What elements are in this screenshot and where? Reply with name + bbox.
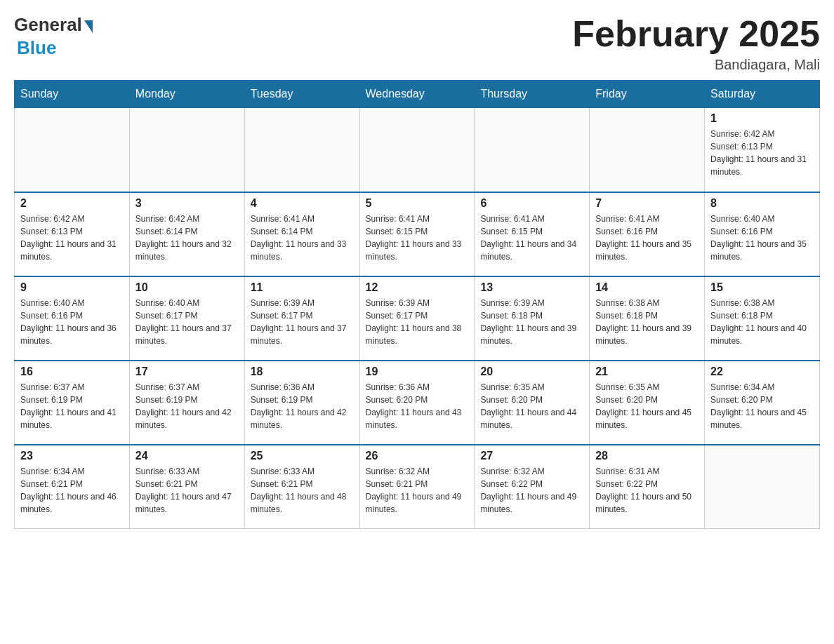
- day-number: 11: [251, 281, 354, 294]
- calendar-cell: 3Sunrise: 6:42 AMSunset: 6:14 PMDaylight…: [129, 192, 244, 276]
- day-info: Sunrise: 6:36 AMSunset: 6:19 PMDaylight:…: [251, 381, 354, 431]
- calendar-header-saturday: Saturday: [705, 81, 820, 108]
- day-info: Sunrise: 6:37 AMSunset: 6:19 PMDaylight:…: [135, 381, 239, 431]
- calendar-cell: [244, 108, 359, 192]
- calendar-cell: 14Sunrise: 6:38 AMSunset: 6:18 PMDayligh…: [590, 276, 705, 361]
- day-info: Sunrise: 6:41 AMSunset: 6:15 PMDaylight:…: [366, 213, 469, 263]
- day-number: 7: [595, 197, 699, 210]
- logo-blue-text: Blue: [17, 37, 56, 59]
- day-number: 20: [480, 365, 583, 378]
- calendar-cell: 10Sunrise: 6:40 AMSunset: 6:17 PMDayligh…: [129, 276, 244, 361]
- calendar-cell: 1Sunrise: 6:42 AMSunset: 6:13 PMDaylight…: [705, 108, 820, 192]
- day-info: Sunrise: 6:35 AMSunset: 6:20 PMDaylight:…: [595, 381, 699, 431]
- day-info: Sunrise: 6:40 AMSunset: 6:16 PMDaylight:…: [710, 213, 814, 263]
- day-number: 4: [251, 197, 354, 210]
- calendar-cell: 8Sunrise: 6:40 AMSunset: 6:16 PMDaylight…: [705, 192, 820, 276]
- day-info: Sunrise: 6:38 AMSunset: 6:18 PMDaylight:…: [710, 297, 814, 347]
- day-info: Sunrise: 6:38 AMSunset: 6:18 PMDaylight:…: [595, 297, 699, 347]
- logo: General Blue: [14, 14, 93, 59]
- day-info: Sunrise: 6:32 AMSunset: 6:21 PMDaylight:…: [366, 465, 469, 516]
- calendar-cell: 16Sunrise: 6:37 AMSunset: 6:19 PMDayligh…: [15, 361, 130, 445]
- calendar-cell: 26Sunrise: 6:32 AMSunset: 6:21 PMDayligh…: [359, 445, 475, 529]
- day-number: 12: [366, 281, 469, 294]
- day-info: Sunrise: 6:42 AMSunset: 6:13 PMDaylight:…: [710, 128, 814, 178]
- calendar-cell: 5Sunrise: 6:41 AMSunset: 6:15 PMDaylight…: [359, 192, 475, 276]
- day-number: 23: [20, 450, 124, 462]
- day-info: Sunrise: 6:31 AMSunset: 6:22 PMDaylight:…: [595, 465, 699, 516]
- day-info: Sunrise: 6:41 AMSunset: 6:14 PMDaylight:…: [251, 213, 354, 263]
- calendar-header-wednesday: Wednesday: [359, 81, 475, 108]
- calendar-cell: 23Sunrise: 6:34 AMSunset: 6:21 PMDayligh…: [15, 445, 130, 529]
- day-number: 21: [595, 365, 699, 378]
- calendar-cell: [705, 445, 820, 529]
- calendar-cell: 7Sunrise: 6:41 AMSunset: 6:16 PMDaylight…: [590, 192, 705, 276]
- day-number: 26: [366, 450, 469, 462]
- day-number: 25: [251, 450, 354, 462]
- day-info: Sunrise: 6:42 AMSunset: 6:13 PMDaylight:…: [20, 213, 124, 263]
- calendar-cell: 20Sunrise: 6:35 AMSunset: 6:20 PMDayligh…: [475, 361, 590, 445]
- day-number: 3: [135, 197, 239, 210]
- calendar-table: SundayMondayTuesdayWednesdayThursdayFrid…: [14, 80, 820, 529]
- day-number: 15: [710, 281, 814, 294]
- day-info: Sunrise: 6:41 AMSunset: 6:15 PMDaylight:…: [480, 213, 583, 263]
- page-header: General Blue February 2025 Bandiagara, M…: [14, 14, 820, 73]
- calendar-cell: 28Sunrise: 6:31 AMSunset: 6:22 PMDayligh…: [590, 445, 705, 529]
- calendar-cell: 27Sunrise: 6:32 AMSunset: 6:22 PMDayligh…: [475, 445, 590, 529]
- calendar-cell: 13Sunrise: 6:39 AMSunset: 6:18 PMDayligh…: [475, 276, 590, 361]
- calendar-header-tuesday: Tuesday: [244, 81, 359, 108]
- calendar-cell: 25Sunrise: 6:33 AMSunset: 6:21 PMDayligh…: [244, 445, 359, 529]
- day-number: 5: [366, 197, 469, 210]
- calendar-cell: 4Sunrise: 6:41 AMSunset: 6:14 PMDaylight…: [244, 192, 359, 276]
- day-info: Sunrise: 6:35 AMSunset: 6:20 PMDaylight:…: [480, 381, 583, 431]
- day-info: Sunrise: 6:32 AMSunset: 6:22 PMDaylight:…: [480, 465, 583, 516]
- calendar-cell: [475, 108, 590, 192]
- day-info: Sunrise: 6:37 AMSunset: 6:19 PMDaylight:…: [20, 381, 124, 431]
- day-info: Sunrise: 6:39 AMSunset: 6:17 PMDaylight:…: [366, 297, 469, 347]
- day-info: Sunrise: 6:39 AMSunset: 6:17 PMDaylight:…: [251, 297, 354, 347]
- day-info: Sunrise: 6:40 AMSunset: 6:17 PMDaylight:…: [135, 297, 239, 347]
- calendar-cell: [129, 108, 244, 192]
- day-number: 14: [595, 281, 699, 294]
- day-info: Sunrise: 6:33 AMSunset: 6:21 PMDaylight:…: [135, 465, 239, 516]
- day-info: Sunrise: 6:34 AMSunset: 6:21 PMDaylight:…: [20, 465, 124, 516]
- day-number: 27: [480, 450, 583, 462]
- calendar-cell: [590, 108, 705, 192]
- month-title: February 2025: [572, 14, 820, 54]
- calendar-week-2: 2Sunrise: 6:42 AMSunset: 6:13 PMDaylight…: [15, 192, 820, 276]
- day-info: Sunrise: 6:33 AMSunset: 6:21 PMDaylight:…: [251, 465, 354, 516]
- calendar-header-friday: Friday: [590, 81, 705, 108]
- calendar-cell: 18Sunrise: 6:36 AMSunset: 6:19 PMDayligh…: [244, 361, 359, 445]
- calendar-header-row: SundayMondayTuesdayWednesdayThursdayFrid…: [15, 81, 820, 108]
- day-info: Sunrise: 6:41 AMSunset: 6:16 PMDaylight:…: [595, 213, 699, 263]
- day-info: Sunrise: 6:39 AMSunset: 6:18 PMDaylight:…: [480, 297, 583, 347]
- day-number: 22: [710, 365, 814, 378]
- calendar-cell: 21Sunrise: 6:35 AMSunset: 6:20 PMDayligh…: [590, 361, 705, 445]
- calendar-cell: 15Sunrise: 6:38 AMSunset: 6:18 PMDayligh…: [705, 276, 820, 361]
- day-number: 18: [251, 365, 354, 378]
- calendar-cell: [359, 108, 475, 192]
- calendar-week-4: 16Sunrise: 6:37 AMSunset: 6:19 PMDayligh…: [15, 361, 820, 445]
- calendar-header-thursday: Thursday: [475, 81, 590, 108]
- day-info: Sunrise: 6:42 AMSunset: 6:14 PMDaylight:…: [135, 213, 239, 263]
- day-number: 2: [20, 197, 124, 210]
- day-number: 17: [135, 365, 239, 378]
- calendar-cell: 19Sunrise: 6:36 AMSunset: 6:20 PMDayligh…: [359, 361, 475, 445]
- day-number: 24: [135, 450, 239, 462]
- calendar-header-sunday: Sunday: [15, 81, 130, 108]
- calendar-cell: 11Sunrise: 6:39 AMSunset: 6:17 PMDayligh…: [244, 276, 359, 361]
- day-info: Sunrise: 6:34 AMSunset: 6:20 PMDaylight:…: [710, 381, 814, 431]
- day-number: 16: [20, 365, 124, 378]
- location: Bandiagara, Mali: [572, 57, 820, 73]
- logo-triangle-icon: [84, 20, 93, 33]
- calendar-week-5: 23Sunrise: 6:34 AMSunset: 6:21 PMDayligh…: [15, 445, 820, 529]
- day-number: 13: [480, 281, 583, 294]
- calendar-cell: 6Sunrise: 6:41 AMSunset: 6:15 PMDaylight…: [475, 192, 590, 276]
- day-number: 9: [20, 281, 124, 294]
- calendar-cell: 2Sunrise: 6:42 AMSunset: 6:13 PMDaylight…: [15, 192, 130, 276]
- calendar-week-1: 1Sunrise: 6:42 AMSunset: 6:13 PMDaylight…: [15, 108, 820, 192]
- calendar-cell: 12Sunrise: 6:39 AMSunset: 6:17 PMDayligh…: [359, 276, 475, 361]
- day-info: Sunrise: 6:40 AMSunset: 6:16 PMDaylight:…: [20, 297, 124, 347]
- title-area: February 2025 Bandiagara, Mali: [572, 14, 820, 73]
- logo-general-text: General: [14, 14, 82, 36]
- day-number: 28: [595, 450, 699, 462]
